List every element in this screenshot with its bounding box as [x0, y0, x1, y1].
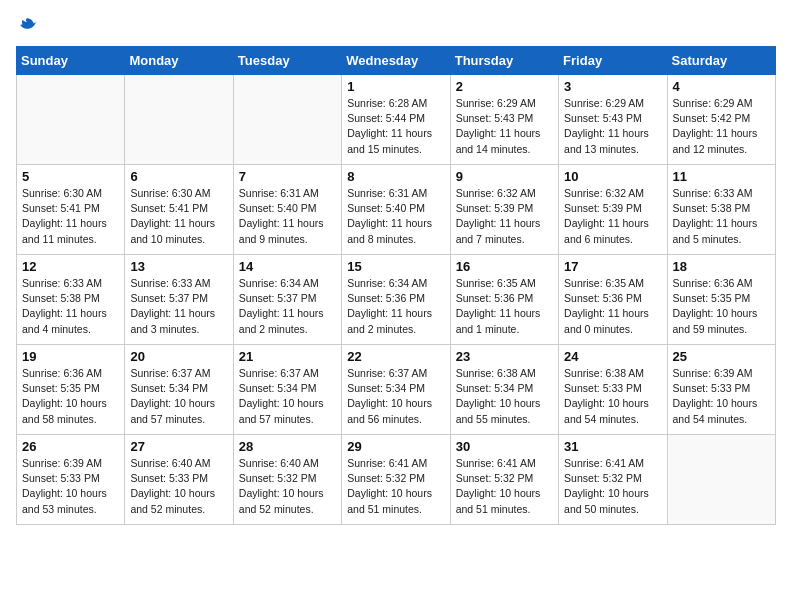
calendar-cell: 13Sunrise: 6:33 AM Sunset: 5:37 PM Dayli…	[125, 255, 233, 345]
calendar-cell: 4Sunrise: 6:29 AM Sunset: 5:42 PM Daylig…	[667, 75, 775, 165]
day-info: Sunrise: 6:29 AM Sunset: 5:43 PM Dayligh…	[564, 96, 661, 157]
calendar-cell: 30Sunrise: 6:41 AM Sunset: 5:32 PM Dayli…	[450, 435, 558, 525]
calendar-cell: 31Sunrise: 6:41 AM Sunset: 5:32 PM Dayli…	[559, 435, 667, 525]
day-info: Sunrise: 6:40 AM Sunset: 5:32 PM Dayligh…	[239, 456, 336, 517]
calendar-cell: 16Sunrise: 6:35 AM Sunset: 5:36 PM Dayli…	[450, 255, 558, 345]
day-number: 19	[22, 349, 119, 364]
day-number: 7	[239, 169, 336, 184]
day-info: Sunrise: 6:33 AM Sunset: 5:38 PM Dayligh…	[673, 186, 770, 247]
calendar-cell: 20Sunrise: 6:37 AM Sunset: 5:34 PM Dayli…	[125, 345, 233, 435]
calendar-cell: 26Sunrise: 6:39 AM Sunset: 5:33 PM Dayli…	[17, 435, 125, 525]
calendar-cell: 25Sunrise: 6:39 AM Sunset: 5:33 PM Dayli…	[667, 345, 775, 435]
calendar-cell: 5Sunrise: 6:30 AM Sunset: 5:41 PM Daylig…	[17, 165, 125, 255]
day-number: 4	[673, 79, 770, 94]
calendar-cell: 24Sunrise: 6:38 AM Sunset: 5:33 PM Dayli…	[559, 345, 667, 435]
day-info: Sunrise: 6:39 AM Sunset: 5:33 PM Dayligh…	[22, 456, 119, 517]
day-number: 11	[673, 169, 770, 184]
day-number: 13	[130, 259, 227, 274]
day-number: 23	[456, 349, 553, 364]
day-number: 31	[564, 439, 661, 454]
day-info: Sunrise: 6:41 AM Sunset: 5:32 PM Dayligh…	[456, 456, 553, 517]
day-number: 1	[347, 79, 444, 94]
day-number: 28	[239, 439, 336, 454]
calendar-cell: 8Sunrise: 6:31 AM Sunset: 5:40 PM Daylig…	[342, 165, 450, 255]
logo-bird-icon	[18, 16, 36, 34]
day-number: 14	[239, 259, 336, 274]
calendar-cell	[667, 435, 775, 525]
calendar-cell: 15Sunrise: 6:34 AM Sunset: 5:36 PM Dayli…	[342, 255, 450, 345]
calendar-cell: 22Sunrise: 6:37 AM Sunset: 5:34 PM Dayli…	[342, 345, 450, 435]
day-number: 30	[456, 439, 553, 454]
day-number: 22	[347, 349, 444, 364]
calendar-cell: 18Sunrise: 6:36 AM Sunset: 5:35 PM Dayli…	[667, 255, 775, 345]
day-info: Sunrise: 6:31 AM Sunset: 5:40 PM Dayligh…	[347, 186, 444, 247]
day-number: 10	[564, 169, 661, 184]
calendar-cell	[17, 75, 125, 165]
calendar-cell: 19Sunrise: 6:36 AM Sunset: 5:35 PM Dayli…	[17, 345, 125, 435]
day-number: 5	[22, 169, 119, 184]
day-info: Sunrise: 6:38 AM Sunset: 5:33 PM Dayligh…	[564, 366, 661, 427]
day-info: Sunrise: 6:37 AM Sunset: 5:34 PM Dayligh…	[130, 366, 227, 427]
calendar-cell: 9Sunrise: 6:32 AM Sunset: 5:39 PM Daylig…	[450, 165, 558, 255]
calendar-cell: 1Sunrise: 6:28 AM Sunset: 5:44 PM Daylig…	[342, 75, 450, 165]
day-info: Sunrise: 6:29 AM Sunset: 5:43 PM Dayligh…	[456, 96, 553, 157]
calendar-cell: 10Sunrise: 6:32 AM Sunset: 5:39 PM Dayli…	[559, 165, 667, 255]
calendar-cell	[125, 75, 233, 165]
day-number: 16	[456, 259, 553, 274]
day-info: Sunrise: 6:32 AM Sunset: 5:39 PM Dayligh…	[456, 186, 553, 247]
day-info: Sunrise: 6:30 AM Sunset: 5:41 PM Dayligh…	[130, 186, 227, 247]
day-number: 3	[564, 79, 661, 94]
day-info: Sunrise: 6:40 AM Sunset: 5:33 PM Dayligh…	[130, 456, 227, 517]
calendar-cell: 2Sunrise: 6:29 AM Sunset: 5:43 PM Daylig…	[450, 75, 558, 165]
day-info: Sunrise: 6:36 AM Sunset: 5:35 PM Dayligh…	[22, 366, 119, 427]
day-info: Sunrise: 6:31 AM Sunset: 5:40 PM Dayligh…	[239, 186, 336, 247]
day-info: Sunrise: 6:32 AM Sunset: 5:39 PM Dayligh…	[564, 186, 661, 247]
day-info: Sunrise: 6:34 AM Sunset: 5:36 PM Dayligh…	[347, 276, 444, 337]
day-number: 20	[130, 349, 227, 364]
day-header-thursday: Thursday	[450, 47, 558, 75]
logo	[16, 16, 36, 34]
day-info: Sunrise: 6:35 AM Sunset: 5:36 PM Dayligh…	[564, 276, 661, 337]
calendar-cell: 29Sunrise: 6:41 AM Sunset: 5:32 PM Dayli…	[342, 435, 450, 525]
day-info: Sunrise: 6:33 AM Sunset: 5:37 PM Dayligh…	[130, 276, 227, 337]
day-info: Sunrise: 6:30 AM Sunset: 5:41 PM Dayligh…	[22, 186, 119, 247]
day-number: 27	[130, 439, 227, 454]
day-number: 26	[22, 439, 119, 454]
day-info: Sunrise: 6:41 AM Sunset: 5:32 PM Dayligh…	[564, 456, 661, 517]
day-number: 2	[456, 79, 553, 94]
day-info: Sunrise: 6:37 AM Sunset: 5:34 PM Dayligh…	[347, 366, 444, 427]
day-number: 18	[673, 259, 770, 274]
day-number: 29	[347, 439, 444, 454]
day-header-sunday: Sunday	[17, 47, 125, 75]
day-header-tuesday: Tuesday	[233, 47, 341, 75]
day-number: 24	[564, 349, 661, 364]
day-info: Sunrise: 6:37 AM Sunset: 5:34 PM Dayligh…	[239, 366, 336, 427]
calendar-cell: 17Sunrise: 6:35 AM Sunset: 5:36 PM Dayli…	[559, 255, 667, 345]
calendar-cell: 14Sunrise: 6:34 AM Sunset: 5:37 PM Dayli…	[233, 255, 341, 345]
day-header-monday: Monday	[125, 47, 233, 75]
day-number: 21	[239, 349, 336, 364]
calendar-cell: 12Sunrise: 6:33 AM Sunset: 5:38 PM Dayli…	[17, 255, 125, 345]
calendar-cell: 28Sunrise: 6:40 AM Sunset: 5:32 PM Dayli…	[233, 435, 341, 525]
calendar-cell: 23Sunrise: 6:38 AM Sunset: 5:34 PM Dayli…	[450, 345, 558, 435]
day-info: Sunrise: 6:35 AM Sunset: 5:36 PM Dayligh…	[456, 276, 553, 337]
day-info: Sunrise: 6:28 AM Sunset: 5:44 PM Dayligh…	[347, 96, 444, 157]
calendar-cell: 3Sunrise: 6:29 AM Sunset: 5:43 PM Daylig…	[559, 75, 667, 165]
day-header-friday: Friday	[559, 47, 667, 75]
calendar-cell: 6Sunrise: 6:30 AM Sunset: 5:41 PM Daylig…	[125, 165, 233, 255]
day-info: Sunrise: 6:41 AM Sunset: 5:32 PM Dayligh…	[347, 456, 444, 517]
day-number: 15	[347, 259, 444, 274]
day-info: Sunrise: 6:29 AM Sunset: 5:42 PM Dayligh…	[673, 96, 770, 157]
day-info: Sunrise: 6:38 AM Sunset: 5:34 PM Dayligh…	[456, 366, 553, 427]
calendar-cell: 11Sunrise: 6:33 AM Sunset: 5:38 PM Dayli…	[667, 165, 775, 255]
day-number: 17	[564, 259, 661, 274]
calendar-cell: 7Sunrise: 6:31 AM Sunset: 5:40 PM Daylig…	[233, 165, 341, 255]
day-number: 25	[673, 349, 770, 364]
day-number: 12	[22, 259, 119, 274]
day-info: Sunrise: 6:39 AM Sunset: 5:33 PM Dayligh…	[673, 366, 770, 427]
page-header	[16, 16, 776, 34]
day-number: 8	[347, 169, 444, 184]
day-info: Sunrise: 6:36 AM Sunset: 5:35 PM Dayligh…	[673, 276, 770, 337]
calendar-cell: 27Sunrise: 6:40 AM Sunset: 5:33 PM Dayli…	[125, 435, 233, 525]
day-number: 6	[130, 169, 227, 184]
